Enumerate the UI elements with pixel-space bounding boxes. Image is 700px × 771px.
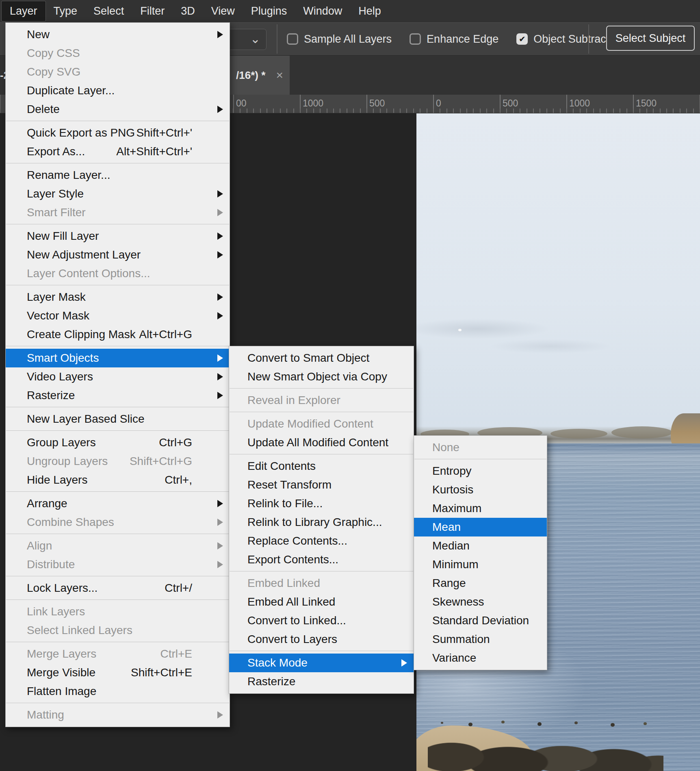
menu-item-convert-to-linked[interactable]: Convert to Linked... (229, 611, 414, 630)
menu-item-convert-to-smart-object[interactable]: Convert to Smart Object (229, 349, 414, 367)
submenu-arrow-icon (217, 542, 223, 549)
menu-item-new-layer-based-slice[interactable]: New Layer Based Slice (6, 410, 230, 428)
menu-item-create-clipping-mask[interactable]: Create Clipping MaskAlt+Ctrl+G (6, 325, 230, 344)
menu-item-hide-layers[interactable]: Hide LayersCtrl+, (6, 471, 230, 489)
menu-item-stack-mode[interactable]: Stack Mode (229, 654, 414, 672)
checkbox-box[interactable] (410, 33, 421, 45)
hidden-document-tab[interactable]: -2 (0, 56, 6, 95)
menu-item-label: Smart Filter (27, 206, 86, 219)
menu-item-label: Copy CSS (27, 47, 80, 60)
menu-item-range[interactable]: Range (414, 574, 547, 593)
menubar-item-filter[interactable]: Filter (132, 1, 173, 21)
menu-item-distribute[interactable]: Distribute (6, 555, 230, 574)
menu-item-shortcut: Shift+Ctrl+E (131, 666, 192, 679)
active-document-tab[interactable]: /16*) * × (230, 56, 290, 95)
checkbox-box[interactable]: ✔ (516, 33, 528, 45)
menu-item-replace-contents[interactable]: Replace Contents... (229, 532, 414, 550)
menu-item-combine-shapes[interactable]: Combine Shapes (6, 513, 230, 532)
menu-separator (6, 576, 229, 576)
submenu-arrow-icon (217, 500, 223, 507)
menu-item-quick-export-as-png[interactable]: Quick Export as PNGShift+Ctrl+' (6, 124, 230, 142)
menu-item-entropy[interactable]: Entropy (414, 462, 547, 480)
menu-item-embed-linked[interactable]: Embed Linked (229, 574, 414, 593)
checkbox-object-subtract[interactable]: ✔Object Subtract (516, 33, 609, 46)
menu-item-new-fill-layer[interactable]: New Fill Layer (6, 227, 230, 245)
menu-item-edit-contents[interactable]: Edit Contents (229, 457, 414, 476)
menu-item-new-smart-object-via-copy[interactable]: New Smart Object via Copy (229, 367, 414, 386)
submenu-arrow-icon (217, 519, 223, 526)
menu-item-delete[interactable]: Delete (6, 100, 230, 119)
menu-item-update-all-modified-content[interactable]: Update All Modified Content (229, 433, 414, 452)
menu-item-reveal-in-explorer[interactable]: Reveal in Explorer (229, 391, 414, 410)
menu-item-copy-css[interactable]: Copy CSS (6, 44, 230, 63)
menu-item-relink-to-file[interactable]: Relink to File... (229, 494, 414, 513)
menu-item-label: Lock Layers... (27, 582, 98, 595)
checkbox-box[interactable] (287, 33, 298, 45)
menubar-item-type[interactable]: Type (46, 1, 86, 21)
menu-item-update-modified-content[interactable]: Update Modified Content (229, 415, 414, 433)
menu-item-video-layers[interactable]: Video Layers (6, 367, 230, 386)
ruler-label: 1500 (633, 98, 700, 109)
menu-item-flatten-image[interactable]: Flatten Image (6, 682, 230, 701)
menu-item-standard-deviation[interactable]: Standard Deviation (414, 611, 547, 630)
menu-item-none[interactable]: None (414, 438, 547, 457)
menu-item-export-as[interactable]: Export As...Alt+Shift+Ctrl+' (6, 142, 230, 161)
menu-item-link-layers[interactable]: Link Layers (6, 602, 230, 621)
menu-item-label: Create Clipping Mask (27, 328, 136, 341)
checkbox-sample-all-layers[interactable]: Sample All Layers (287, 33, 392, 46)
menubar-item-plugins[interactable]: Plugins (243, 1, 295, 21)
menu-item-lock-layers[interactable]: Lock Layers...Ctrl+/ (6, 579, 230, 597)
menu-item-median[interactable]: Median (414, 536, 547, 555)
menu-item-label: Reveal in Explorer (247, 394, 340, 407)
menu-item-label: New Adjustment Layer (27, 248, 141, 261)
menu-item-merge-layers[interactable]: Merge LayersCtrl+E (6, 645, 230, 663)
menu-item-kurtosis[interactable]: Kurtosis (414, 480, 547, 499)
menu-item-merge-visible[interactable]: Merge VisibleShift+Ctrl+E (6, 663, 230, 682)
menubar-item-layer[interactable]: Layer (2, 1, 46, 21)
menu-item-layer-style[interactable]: Layer Style (6, 185, 230, 203)
ruler-label: 500 (500, 98, 566, 109)
checkbox-enhance-edge[interactable]: Enhance Edge (410, 33, 498, 46)
menu-item-select-linked-layers[interactable]: Select Linked Layers (6, 621, 230, 640)
submenu-arrow-icon (217, 312, 223, 319)
menubar-item-view[interactable]: View (203, 1, 243, 21)
menu-item-smart-filter[interactable]: Smart Filter (6, 203, 230, 222)
menubar-item-3d[interactable]: 3D (173, 1, 203, 21)
menu-item-new-adjustment-layer[interactable]: New Adjustment Layer (6, 245, 230, 264)
menu-item-skewness[interactable]: Skewness (414, 593, 547, 611)
menubar-item-window[interactable]: Window (295, 1, 350, 21)
menu-item-embed-all-linked[interactable]: Embed All Linked (229, 593, 414, 611)
menu-item-variance[interactable]: Variance (414, 649, 547, 667)
menu-item-mean[interactable]: Mean (414, 518, 547, 536)
menu-item-align[interactable]: Align (6, 536, 230, 555)
close-tab-icon[interactable]: × (276, 68, 283, 82)
menu-item-convert-to-layers[interactable]: Convert to Layers (229, 630, 414, 649)
submenu-arrow-icon (401, 659, 407, 667)
menu-item-label: Vector Mask (27, 309, 89, 322)
menu-item-minimum[interactable]: Minimum (414, 555, 547, 574)
menu-item-new[interactable]: New (6, 25, 230, 44)
menu-item-duplicate-layer[interactable]: Duplicate Layer... (6, 81, 230, 100)
menu-item-smart-objects[interactable]: Smart Objects (6, 349, 230, 367)
menu-item-layer-content-options[interactable]: Layer Content Options... (6, 264, 230, 283)
menu-item-rasterize[interactable]: Rasterize (6, 386, 230, 405)
menu-item-layer-mask[interactable]: Layer Mask (6, 288, 230, 306)
menu-item-maximum[interactable]: Maximum (414, 499, 547, 518)
menu-item-ungroup-layers[interactable]: Ungroup LayersShift+Ctrl+G (6, 452, 230, 471)
menubar-item-help[interactable]: Help (350, 1, 389, 21)
menu-item-reset-transform[interactable]: Reset Transform (229, 476, 414, 494)
menu-item-summation[interactable]: Summation (414, 630, 547, 649)
menu-item-vector-mask[interactable]: Vector Mask (6, 306, 230, 325)
menu-item-relink-to-library-graphic[interactable]: Relink to Library Graphic... (229, 513, 414, 532)
menu-item-export-contents[interactable]: Export Contents... (229, 550, 414, 569)
menu-item-label: Combine Shapes (27, 516, 114, 529)
menu-item-rasterize[interactable]: Rasterize (229, 672, 414, 691)
menu-item-group-layers[interactable]: Group LayersCtrl+G (6, 433, 230, 452)
menu-item-arrange[interactable]: Arrange (6, 494, 230, 513)
select-subject-button[interactable]: Select Subject (606, 26, 695, 51)
menu-separator (6, 407, 229, 407)
menu-item-matting[interactable]: Matting (6, 706, 230, 724)
menu-item-rename-layer[interactable]: Rename Layer... (6, 166, 230, 185)
menubar-item-select[interactable]: Select (85, 1, 132, 21)
menu-item-copy-svg[interactable]: Copy SVG (6, 63, 230, 81)
